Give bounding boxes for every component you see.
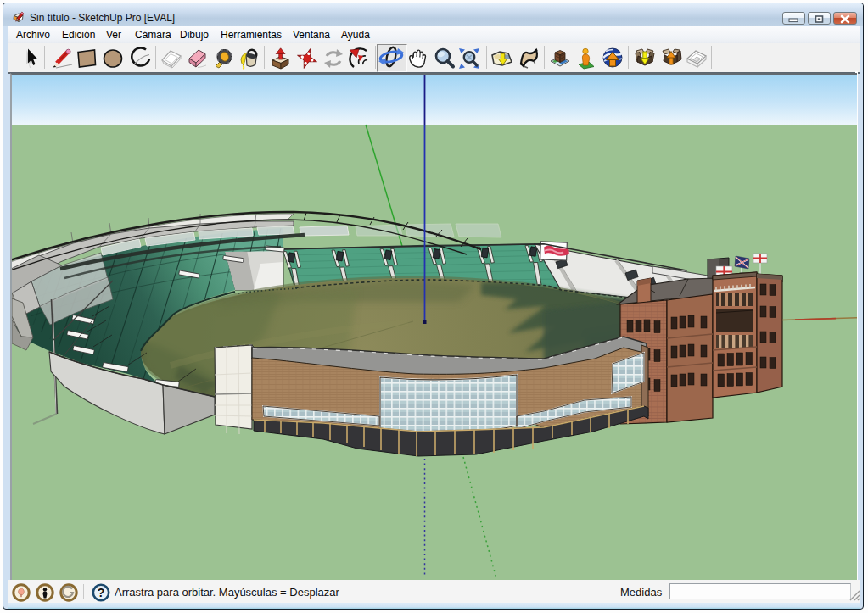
svg-text:?: ? <box>98 586 105 599</box>
